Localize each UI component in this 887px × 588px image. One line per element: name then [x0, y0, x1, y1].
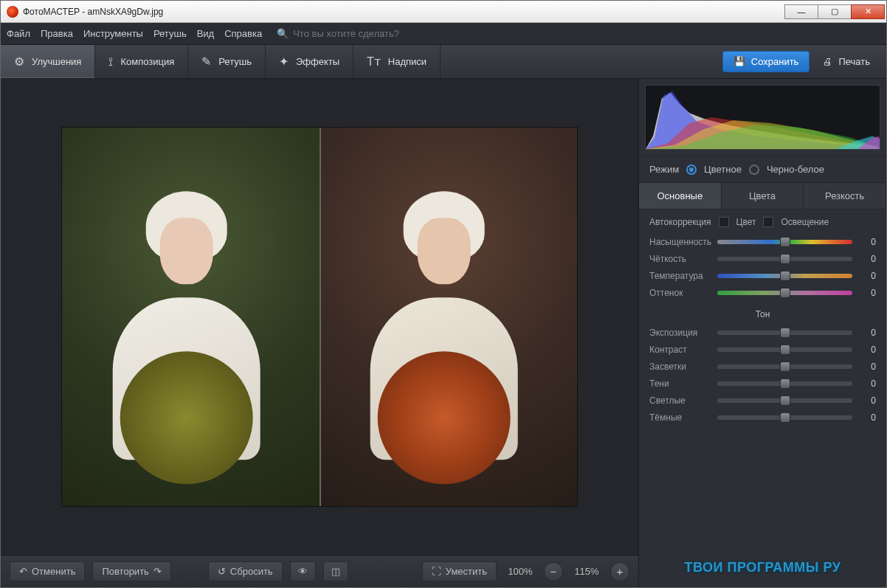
clarity-slider[interactable]: [717, 257, 852, 261]
save-button[interactable]: 💾Сохранить: [722, 51, 810, 72]
autocorr-label: Автокоррекция: [649, 217, 711, 227]
whites-slider[interactable]: [717, 398, 852, 403]
save-icon: 💾: [734, 56, 745, 67]
zoom-value: 115%: [570, 566, 603, 577]
eye-icon: 👁: [298, 566, 308, 577]
highlights-label: Засветки: [649, 362, 711, 372]
undo-button[interactable]: ↶Отменить: [10, 561, 85, 581]
sliders-icon: ⚙: [14, 55, 24, 69]
minimize-button[interactable]: —: [784, 4, 818, 19]
tint-label: Оттенок: [649, 288, 711, 298]
preview-toggle-button[interactable]: 👁: [290, 561, 316, 581]
contrast-slider[interactable]: [717, 347, 852, 352]
blacks-value: 0: [858, 412, 876, 423]
window-title: ФотоМАСТЕР - amNskXA9gDw.jpg: [23, 7, 785, 17]
clarity-label: Чёткость: [649, 254, 711, 264]
tab-enhance[interactable]: ⚙Улучшения: [1, 45, 95, 78]
search-input[interactable]: [293, 28, 441, 39]
contrast-value: 0: [858, 345, 876, 355]
mode-bw-label[interactable]: Черно-белое: [767, 164, 824, 175]
menu-edit[interactable]: Правка: [41, 28, 73, 39]
histogram: [645, 85, 880, 150]
whites-value: 0: [858, 395, 876, 406]
undo-label: Отменить: [32, 566, 75, 577]
proptab-basic[interactable]: Основные: [639, 183, 722, 209]
image-after: [320, 128, 577, 506]
autocorr-light-label[interactable]: Освещение: [781, 217, 829, 227]
tab-effects[interactable]: ✦Эффекты: [266, 45, 353, 78]
reset-icon: ↺: [218, 566, 226, 577]
tab-retouch-label: Ретушь: [218, 56, 252, 67]
zoom-in-button[interactable]: +: [610, 562, 629, 581]
image-compare: [61, 127, 578, 507]
exposure-label: Экспозиция: [649, 328, 711, 338]
tab-retouch[interactable]: ✎Ретушь: [188, 45, 266, 78]
print-button[interactable]: 🖨Печать: [815, 52, 877, 72]
redo-label: Повторить: [102, 566, 148, 577]
menu-help[interactable]: Справка: [224, 28, 262, 39]
image-before: [62, 128, 320, 506]
checkbox-color[interactable]: [719, 217, 729, 227]
tab-composition-label: Композиция: [120, 56, 174, 67]
blacks-label: Тёмные: [649, 412, 711, 423]
contrast-label: Контраст: [649, 345, 711, 355]
side-panel: Режим Цветное Черно-белое Основные Цвета…: [638, 79, 886, 587]
compare-toggle-button[interactable]: ◫: [323, 561, 348, 581]
maximize-button[interactable]: ▢: [818, 4, 852, 19]
minus-icon: −: [551, 565, 557, 578]
shadows-slider[interactable]: [717, 381, 852, 386]
reset-button[interactable]: ↺Сбросить: [208, 561, 283, 581]
temperature-label: Температура: [649, 271, 711, 281]
crop-icon: ⟟: [108, 55, 113, 69]
radio-bw[interactable]: [749, 165, 759, 175]
save-label: Сохранить: [751, 56, 799, 67]
exposure-value: 0: [858, 328, 876, 338]
redo-icon: ↷: [153, 566, 162, 577]
close-button[interactable]: ✕: [851, 4, 885, 19]
radio-color[interactable]: [686, 165, 697, 175]
mode-row: Режим Цветное Черно-белое: [639, 156, 886, 183]
blacks-slider[interactable]: [717, 415, 852, 420]
temperature-value: 0: [858, 271, 876, 281]
compare-divider[interactable]: [320, 128, 321, 506]
canvas-viewport[interactable]: [1, 79, 638, 555]
watermark: ТВОИ ПРОГРАММЫ РУ: [639, 551, 886, 587]
saturation-value: 0: [858, 237, 876, 247]
prop-tabs: Основные Цвета Резкость: [639, 183, 886, 210]
proptab-sharp[interactable]: Резкость: [804, 183, 886, 209]
zoom-100[interactable]: 100%: [504, 566, 536, 577]
search-icon: 🔍: [277, 28, 289, 39]
exposure-slider[interactable]: [717, 331, 852, 335]
undo-icon: ↶: [19, 566, 27, 577]
tint-slider[interactable]: [717, 291, 852, 295]
brush-icon: ✎: [201, 55, 211, 69]
tab-captions[interactable]: TᴛНадписи: [353, 45, 441, 78]
checkbox-light[interactable]: [763, 217, 773, 227]
menu-view[interactable]: Вид: [197, 28, 215, 39]
toolbar: ⚙Улучшения ⟟Композиция ✎Ретушь ✦Эффекты …: [1, 45, 886, 79]
wand-icon: ✦: [279, 55, 289, 69]
tab-composition[interactable]: ⟟Композиция: [95, 45, 188, 78]
saturation-slider[interactable]: [717, 240, 852, 244]
menu-retouch[interactable]: Ретушь: [153, 28, 187, 39]
redo-button[interactable]: Повторить↷: [92, 561, 170, 581]
mode-color-label[interactable]: Цветное: [704, 164, 742, 175]
menu-file[interactable]: Файл: [7, 28, 30, 39]
plus-icon: +: [617, 565, 624, 578]
tab-captions-label: Надписи: [388, 56, 427, 67]
proptab-colors[interactable]: Цвета: [722, 183, 804, 209]
temperature-slider[interactable]: [717, 274, 852, 278]
fit-button[interactable]: ⛶Уместить: [422, 561, 497, 581]
menu-tools[interactable]: Инструменты: [83, 28, 143, 39]
mode-label: Режим: [649, 164, 679, 175]
clarity-value: 0: [858, 254, 876, 264]
tint-value: 0: [858, 288, 876, 298]
shadows-label: Тени: [649, 378, 711, 389]
app-icon: [7, 6, 18, 18]
bottombar: ↶Отменить Повторить↷ ↺Сбросить 👁 ◫ ⛶Умес…: [1, 555, 638, 587]
autocorr-color-label[interactable]: Цвет: [736, 217, 756, 227]
reset-label: Сбросить: [230, 566, 273, 577]
highlights-slider[interactable]: [717, 364, 852, 369]
tab-effects-label: Эффекты: [296, 56, 339, 67]
zoom-out-button[interactable]: −: [544, 562, 563, 581]
